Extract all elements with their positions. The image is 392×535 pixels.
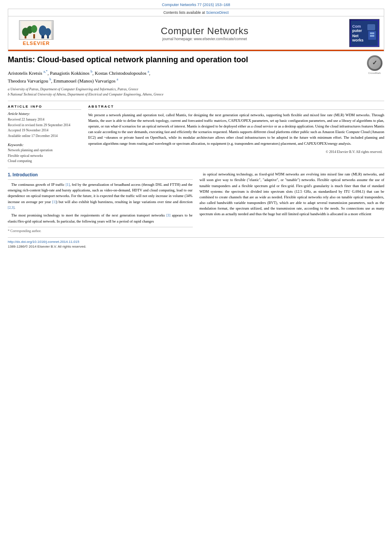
doi-link[interactable]: http://dx.doi.org/10.1016/j.comnet.2014.…: [8, 240, 79, 244]
abstract-heading: ABSTRACT: [88, 105, 384, 110]
svg-rect-9: [47, 35, 49, 38]
header-rule: [8, 50, 384, 51]
keyword-2: Flexible optical networks: [8, 153, 81, 159]
journal-homepage: journal homepage: www.elsevier.com/locat…: [60, 37, 349, 41]
article-info-panel: ARTICLE INFO Article history: Received 2…: [8, 105, 81, 165]
intro-para-3: in optical networking technology, as fix…: [200, 172, 385, 217]
svg-text:puter: puter: [352, 29, 362, 33]
journal-title-block: Computer Networks journal homepage: www.…: [60, 25, 349, 41]
svg-rect-15: [367, 24, 375, 30]
body-columns: 1. Introduction The continuous growth of…: [8, 172, 384, 234]
header-contents-line: Contents lists available at ScienceDirec…: [8, 9, 384, 16]
svg-text:Com: Com: [352, 24, 361, 29]
paper-title: Mantis: Cloud-based optical network plan…: [8, 55, 384, 65]
svg-rect-18: [370, 35, 374, 37]
svg-text:works: works: [352, 38, 363, 42]
svg-rect-7: [41, 35, 44, 38]
intro-para-2: The most promising technology to meet th…: [8, 213, 193, 224]
footer: http://dx.doi.org/10.1016/j.comnet.2014.…: [8, 237, 384, 248]
article-info-heading: ARTICLE INFO: [8, 105, 81, 110]
paper-content: Mantis: Cloud-based optical network plan…: [8, 51, 384, 234]
footnote-corresponding: * Corresponding author.: [8, 227, 193, 234]
elsevier-tree-icon: [19, 20, 54, 40]
body-col-right: in optical networking technology, as fix…: [200, 172, 385, 234]
crossmark-label: CrossMark: [368, 72, 381, 74]
footer-rights: 1389-1286/© 2014 Elsevier B.V. All right…: [8, 245, 384, 248]
keyword-3: Cloud computing: [8, 159, 81, 164]
journal-title: Computer Networks: [60, 25, 349, 37]
affiliation-a: a University of Patras, Department of Co…: [8, 87, 384, 92]
journal-header: Contents lists available at ScienceDirec…: [8, 9, 384, 51]
science-direct-link[interactable]: ScienceDirect: [206, 10, 229, 15]
svg-rect-17: [370, 32, 374, 34]
elsevier-wordmark: ELSEVIER: [23, 41, 50, 46]
copyright-line: © 2014 Elsevier B.V. All rights reserved…: [88, 150, 384, 154]
keywords-label: Keywords:: [8, 143, 81, 147]
abstract-panel: ABSTRACT We present a network planning a…: [88, 105, 384, 165]
svg-rect-5: [33, 34, 35, 38]
cn-logo: Com puter Net works: [349, 19, 379, 47]
body-col-left: 1. Introduction The continuous growth of…: [8, 172, 193, 234]
affiliations: a University of Patras, Department of Co…: [8, 87, 384, 97]
intro-para-1: The continuous growth of IP traffic [1],…: [8, 182, 193, 211]
article-history-label: Article history:: [8, 111, 81, 116]
affiliation-b: b National Technical University of Athen…: [8, 92, 384, 97]
date-received: Received 22 January 2014: [8, 117, 81, 123]
svg-text:Net: Net: [352, 34, 359, 38]
crossmark-icon: ✓: [367, 55, 382, 71]
date-online: Available online 17 December 2014: [8, 134, 81, 139]
abstract-text: We present a network planning and operat…: [88, 112, 384, 146]
svg-point-8: [45, 28, 51, 36]
header-middle: ELSEVIER Computer Networks journal homep…: [8, 16, 384, 50]
section-divider: [8, 168, 384, 168]
authors-line: Aristotelis Kretsis a,*, Panagiotis Kokk…: [8, 69, 384, 84]
elsevier-logo: ELSEVIER: [13, 20, 60, 46]
info-abstract-row: ARTICLE INFO Article history: Received 2…: [8, 101, 384, 165]
journal-ref: Computer Networks 77 (2015) 153–168: [0, 0, 392, 9]
date-accepted: Accepted 19 November 2014: [8, 128, 81, 134]
section-1-title: 1. Introduction: [8, 172, 193, 180]
crossmark-badge[interactable]: ✓ CrossMark: [365, 55, 384, 74]
keyword-1: Network planning and operation: [8, 148, 81, 153]
date-revised: Received in revised form 29 September 20…: [8, 123, 81, 128]
svg-point-4: [31, 25, 37, 33]
